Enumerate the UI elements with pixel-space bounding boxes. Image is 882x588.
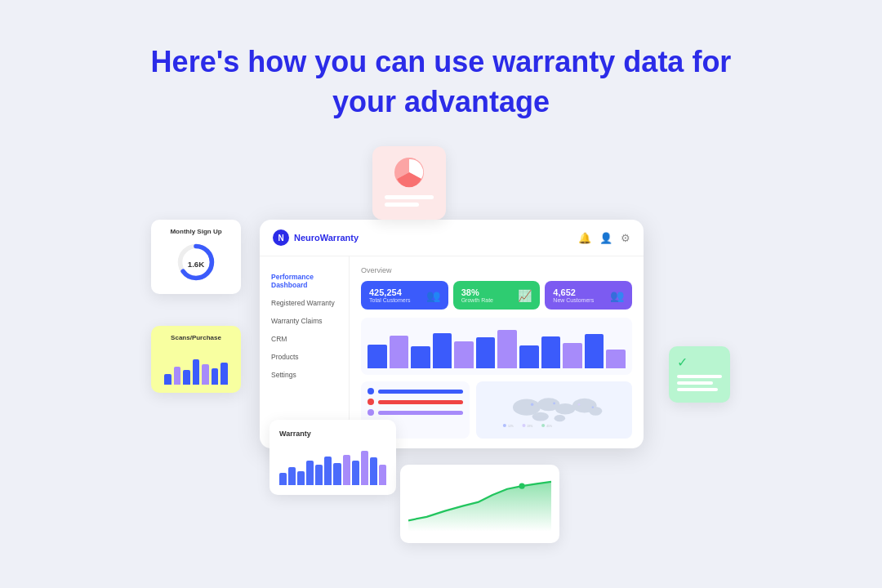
pie-line-1 [385,195,434,199]
wb-5 [315,465,323,485]
stat-num-1: 425,254 [369,287,411,297]
scan-bar-5 [202,364,209,385]
scan-bar-2 [174,367,181,385]
wb-9 [352,461,359,485]
dash-icons: 🔔 👤 ⚙ [578,232,630,244]
dash-logo: N NeuroWarranty [273,229,359,246]
pie-card-lines [385,195,434,210]
svg-text:1.6K: 1.6K [188,260,205,269]
svg-text:45%: 45% [546,425,552,428]
warranty-label: Warranty [279,430,386,438]
customers-icon: 👥 [426,289,440,302]
stat-total-info: 425,254 Total Customers [369,287,411,303]
nav-registered[interactable]: Registered Warranty [260,294,349,312]
wb-6 [324,457,332,485]
card-check: ✓ [669,346,730,403]
svg-point-4 [519,483,525,489]
check-line-1 [677,375,722,378]
svg-point-11 [554,415,565,421]
dbar-7 [497,330,517,369]
check-line-3 [677,388,718,391]
heading-section: Here's how you can use warranty data for… [0,0,882,146]
dot-line-1 [368,388,463,394]
dbar-11 [585,334,604,369]
dot-bar-3 [378,411,463,415]
scan-bar-3 [183,370,190,385]
stats-row: 425,254 Total Customers 👥 38% Growth Rat… [361,281,632,310]
stat-label-1: Total Customers [369,297,411,303]
heading-line1: Here's how you can use warranty data for [151,45,732,78]
nav-products[interactable]: Products [260,348,349,366]
svg-point-12 [531,403,533,406]
logo-icon: N [273,229,289,246]
warranty-bars [279,444,386,485]
scan-bar-7 [220,363,228,385]
scene: Monthly Sign Up 1.6K Scans/Purchase [0,146,882,571]
dbar-2 [390,336,409,369]
scans-bars [161,348,231,385]
growth-icon: 📈 [518,289,532,302]
bell-icon[interactable]: 🔔 [578,232,591,244]
dbar-5 [454,341,474,368]
dbar-12 [606,350,626,368]
stat-label-2: Growth Rate [461,297,493,303]
svg-point-18 [522,424,525,427]
dot-3 [368,409,374,416]
nav-performance[interactable]: Performance Dashboard [260,268,349,294]
stat-growth-info: 38% Growth Rate [461,287,493,303]
dbar-3 [411,346,430,368]
dbar-4 [433,333,452,368]
wb-10 [361,451,368,486]
dbar-1 [368,345,387,369]
svg-text:12%: 12% [508,425,514,428]
card-line [400,465,559,543]
stat-total-customers: 425,254 Total Customers 👥 [361,281,448,310]
user-icon[interactable]: 👤 [599,232,612,244]
stat-num-2: 38% [461,287,493,297]
scan-bar-4 [193,359,200,385]
dbar-6 [476,337,496,368]
stat-num-3: 4,652 [553,287,594,297]
nav-crm[interactable]: CRM [260,330,349,348]
wb-7 [333,463,341,486]
dash-topbar: N NeuroWarranty 🔔 👤 ⚙ [260,220,644,256]
dot-bar-2 [378,400,463,404]
check-lines [677,375,722,391]
dbar-10 [563,343,582,368]
wb-3 [297,471,305,486]
pie-icon [393,156,425,189]
dot-line-3 [368,409,463,416]
wb-1 [279,473,287,485]
dot-line-2 [368,399,463,405]
dbar-8 [519,345,539,368]
card-pie [372,146,446,220]
svg-point-7 [555,403,575,415]
donut-wrap: 1.6K [161,242,231,283]
wb-12 [379,465,386,485]
svg-point-15 [591,407,593,408]
dash-main: Overview 425,254 Total Customers 👥 38% G [350,256,644,448]
svg-point-9 [589,407,602,416]
dashboard-card: N NeuroWarranty 🔔 👤 ⚙ Performance Dashbo… [260,220,644,448]
monthly-label: Monthly Sign Up [161,228,231,235]
dot-1 [368,388,374,394]
check-icon: ✓ [677,354,722,370]
svg-text:28%: 28% [527,425,532,428]
svg-point-16 [503,424,506,427]
gear-icon[interactable]: ⚙ [621,232,630,244]
dot-2 [368,399,374,405]
nav-claims[interactable]: Warranty Claims [260,312,349,330]
stat-new-customers: 4,652 New Customers 👥 [545,281,632,310]
svg-point-14 [577,403,580,406]
wb-11 [370,457,377,485]
svg-point-13 [553,403,555,405]
check-line-2 [677,381,713,385]
nav-settings[interactable]: Settings [260,366,349,384]
svg-point-10 [532,412,548,421]
dash-mini-right: 12% 28% 45% [476,381,632,439]
card-scans: Scans/Purchase [151,326,241,393]
card-warranty: Warranty [270,420,396,495]
scans-label: Scans/Purchase [161,334,231,341]
line-chart-svg [408,473,551,532]
wb-4 [306,461,314,485]
